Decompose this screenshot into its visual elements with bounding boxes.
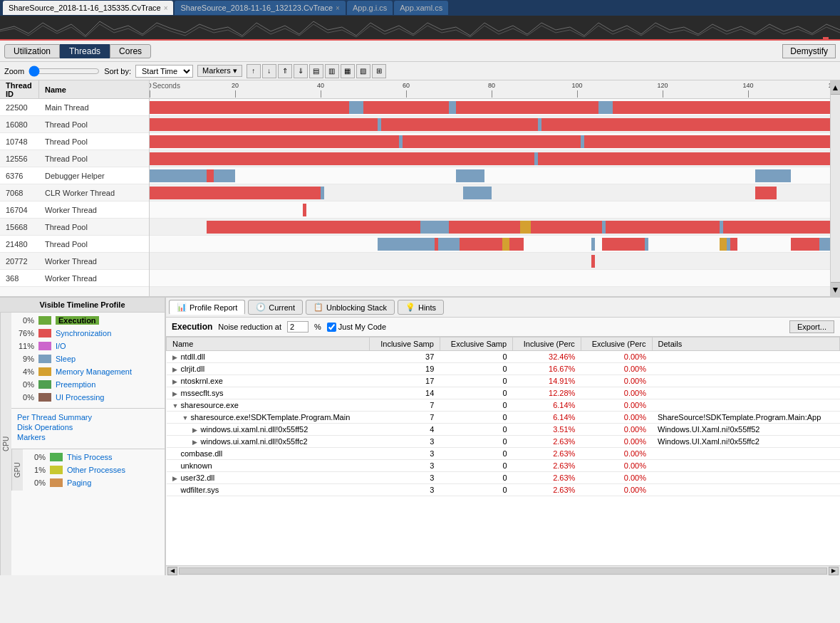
nav-r2[interactable]: ▦ <box>341 64 355 78</box>
expand-icon[interactable]: ▶ <box>172 390 180 397</box>
table-scroll[interactable]: Name Inclusive Samp Exclusive Samp Inclu… <box>166 337 840 565</box>
gpu-link-1[interactable]: Other Processes <box>67 466 125 474</box>
export-button[interactable]: Export... <box>789 320 834 333</box>
link-item-1[interactable]: Disk Operations <box>17 423 159 431</box>
timeline-row[interactable] <box>150 150 830 167</box>
scroll-right-btn[interactable]: ▶ <box>829 567 839 575</box>
tab-0[interactable]: ShareSource_2018-11-16_135335.CvTrace × <box>3 1 173 15</box>
expand-icon[interactable]: ▼ <box>172 402 180 409</box>
table-row[interactable]: ▼sharesource.exe!SDKTemplate.Program.Mai… <box>167 412 840 424</box>
report-tab-hints[interactable]: 💡 Hints <box>398 300 444 315</box>
timeline-row[interactable] <box>150 236 830 253</box>
thread-row: 6376Debugger Helper <box>0 167 149 184</box>
table-row[interactable]: wdfilter.sys 3 0 2.63% 0.00% <box>167 484 840 496</box>
expand-icon[interactable]: ▶ <box>172 354 180 361</box>
demystify-button[interactable]: Demystify <box>782 44 836 58</box>
gpu-link-0[interactable]: This Process <box>67 453 113 461</box>
legend-item: 11% I/O <box>14 340 162 352</box>
nav-down[interactable]: ↓ <box>262 64 276 78</box>
link-item-2[interactable]: Markers <box>17 433 159 441</box>
scroll-left-btn[interactable]: ◀ <box>167 567 177 575</box>
scroll-up-btn[interactable]: ▲ <box>831 80 840 95</box>
legend-item: 0% UI Processing <box>14 391 162 404</box>
timeline-row[interactable] <box>150 167 830 184</box>
expand-icon[interactable]: ▼ <box>182 414 190 422</box>
legend-link-3[interactable]: Sleep <box>56 355 76 363</box>
scroll-thumb[interactable] <box>179 567 827 575</box>
timeline-row[interactable] <box>150 201 830 219</box>
table-row[interactable]: combase.dll 3 0 2.63% 0.00% <box>167 448 840 460</box>
timeline-row[interactable] <box>150 253 830 270</box>
expand-icon[interactable]: ▶ <box>172 475 180 482</box>
table-row[interactable]: ▶windows.ui.xaml.ni.dll!0x55ffc2 3 0 2.6… <box>167 436 840 448</box>
markers-button[interactable]: Markers ▾ <box>197 65 242 77</box>
tab-utilization[interactable]: Utilization <box>4 44 60 58</box>
timeline-row[interactable] <box>150 116 830 133</box>
table-row[interactable]: ▶user32.dll 3 0 2.63% 0.00% <box>167 472 840 484</box>
timeline-row[interactable] <box>150 133 830 150</box>
timeline-area[interactable]: Seconds 020406080100120140160 <box>150 80 830 296</box>
timeline-overview[interactable] <box>0 16 840 41</box>
cell-excl-pct: 0.00% <box>581 484 652 496</box>
just-my-code-label[interactable]: Just My Code <box>327 323 386 332</box>
timeline-row[interactable] <box>150 270 830 287</box>
table-row[interactable]: ▶mssecflt.sys 14 0 12.28% 0.00% <box>167 387 840 399</box>
nav-left[interactable]: ▤ <box>309 64 323 78</box>
just-my-code-checkbox[interactable] <box>327 323 336 332</box>
table-row[interactable]: ▶ntdll.dll 37 0 32.46% 0.00% <box>167 351 840 363</box>
legend-link-5[interactable]: Preemption <box>56 380 95 389</box>
cell-excl-pct: 0.00% <box>581 448 652 460</box>
tab-1[interactable]: ShareSource_2018-11-16_132123.CvTrace × <box>175 1 345 15</box>
tab-0-close[interactable]: × <box>164 4 168 12</box>
legend-link-6[interactable]: UI Processing <box>56 393 104 402</box>
nav-r4[interactable]: ⊞ <box>372 64 386 78</box>
thread-id-2: 10748 <box>0 137 39 146</box>
report-tab-unblocking[interactable]: 📋 Unblocking Stack <box>306 300 395 315</box>
sort-select[interactable]: Start Time <box>135 65 193 78</box>
table-row[interactable]: ▼sharesource.exe 7 0 6.14% 0.00% <box>167 399 840 412</box>
expand-icon[interactable]: ▶ <box>192 426 199 434</box>
col-incl-pct[interactable]: Inclusive (Perc <box>513 337 581 351</box>
nav-r3[interactable]: ▧ <box>356 64 370 78</box>
timeline-bar <box>645 238 648 251</box>
table-row[interactable]: ▶clrjit.dll 19 0 16.67% 0.00% <box>167 363 840 375</box>
horizontal-scrollbar[interactable]: ◀ ▶ <box>166 565 840 575</box>
tab-2[interactable]: App.g.i.cs <box>347 1 393 15</box>
timeline-row[interactable] <box>150 219 830 236</box>
report-tab-current[interactable]: 🕐 Current <box>248 300 303 315</box>
timeline-row[interactable] <box>150 99 830 116</box>
legend-link-4[interactable]: Memory Management <box>56 367 132 376</box>
link-item-0[interactable]: Per Thread Summary <box>17 413 159 422</box>
timeline-bar <box>150 101 349 114</box>
nav-top[interactable]: ⇑ <box>278 64 292 78</box>
tab-3[interactable]: App.xaml.cs <box>394 1 448 15</box>
gpu-link-2[interactable]: Paging <box>67 478 91 487</box>
col-name[interactable]: Name <box>167 337 370 351</box>
tab-cores[interactable]: Cores <box>110 44 151 58</box>
tab-threads[interactable]: Threads <box>60 44 110 58</box>
legend-link-0[interactable]: Execution <box>56 316 99 325</box>
noise-input[interactable] <box>287 321 308 333</box>
scroll-bar-right[interactable]: ▲ ▼ <box>830 80 840 296</box>
table-row[interactable]: ▶ntoskrnl.exe 17 0 14.91% 0.00% <box>167 375 840 387</box>
zoom-slider[interactable] <box>28 66 100 77</box>
nav-up[interactable]: ↑ <box>247 64 261 78</box>
expand-icon[interactable]: ▶ <box>172 366 180 373</box>
col-incl-samp[interactable]: Inclusive Samp <box>370 337 440 351</box>
timeline-row[interactable] <box>150 184 830 201</box>
scroll-track[interactable] <box>831 95 840 282</box>
legend-link-2[interactable]: I/O <box>56 342 66 350</box>
table-row[interactable]: ▶windows.ui.xaml.ni.dll!0x55ff52 4 0 3.5… <box>167 424 840 436</box>
report-tab-profile[interactable]: 📊 Profile Report <box>169 300 245 315</box>
legend-link-1[interactable]: Synchronization <box>56 329 111 337</box>
table-row[interactable]: unknown 3 0 2.63% 0.00% <box>167 460 840 472</box>
nav-bottom[interactable]: ⇓ <box>294 64 308 78</box>
col-details[interactable]: Details <box>652 337 839 351</box>
scroll-down-btn[interactable]: ▼ <box>831 282 840 296</box>
nav-r1[interactable]: ▥ <box>325 64 339 78</box>
col-excl-samp[interactable]: Exclusive Samp <box>440 337 512 351</box>
expand-icon[interactable]: ▶ <box>192 439 199 446</box>
expand-icon[interactable]: ▶ <box>172 378 180 385</box>
tab-1-close[interactable]: × <box>336 4 340 12</box>
col-excl-pct[interactable]: Exclusive (Perc <box>581 337 652 351</box>
